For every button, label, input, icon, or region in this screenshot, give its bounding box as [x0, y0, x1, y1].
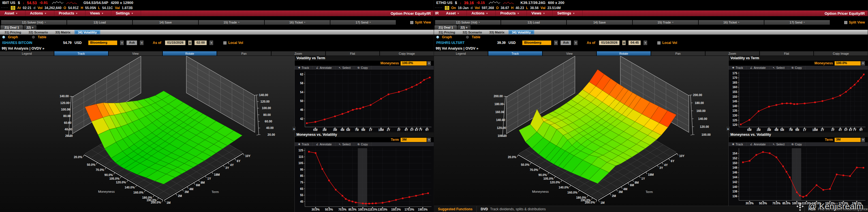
menu-views[interactable]: Views▼ — [527, 10, 553, 16]
track-tool[interactable]: ✚Track — [295, 66, 313, 70]
chevron-down-icon[interactable]: ▼ — [574, 41, 578, 45]
menu-settings[interactable]: Settings▼ — [111, 10, 141, 16]
vol-vs-term-chart[interactable]: 1201251301351401451501551601651701756W2M… — [729, 70, 868, 132]
tab-volatility[interactable]: 34) Volatility — [74, 30, 100, 34]
graph-radio[interactable] — [2, 36, 5, 38]
function-code-hds[interactable]: HDS — [805, 207, 818, 211]
track-tool[interactable]: ✚Track — [295, 142, 313, 146]
asof-time-field[interactable]: 02:00 — [194, 41, 207, 45]
rotate-button[interactable]: Rotate — [597, 51, 651, 56]
table-radio[interactable] — [466, 36, 469, 38]
pan-button[interactable]: Pan — [217, 51, 271, 56]
tab-add-deal[interactable]: 22) + — [24, 25, 36, 30]
track-button[interactable]: Track — [54, 51, 108, 56]
side-select[interactable]: Ask — [127, 41, 137, 45]
tab-volatility[interactable]: 34) Volatility — [508, 30, 534, 34]
save-button[interactable]: 14) Save — [567, 20, 632, 25]
select-tool[interactable]: ↖Select — [770, 142, 788, 146]
copy-tool[interactable]: ⧉Copy — [788, 66, 805, 70]
term-dd-value[interactable]: 3M — [835, 138, 861, 142]
chevron-down-icon[interactable]: ▼ — [554, 41, 558, 45]
solver-button[interactable]: 12) Solver (Vol)▾ — [435, 20, 500, 25]
menu-views[interactable]: Views▼ — [86, 10, 111, 16]
tab-scenario[interactable]: 32) Scenario — [459, 30, 485, 34]
graph-radio[interactable] — [436, 36, 439, 38]
collapse-arrows-icon[interactable]: » — [292, 127, 296, 131]
vol-source-select[interactable]: Bloomberg — [88, 41, 117, 45]
copy-image-button[interactable]: Copy Image — [814, 51, 868, 56]
vol-surface-3d[interactable]: 100.00120.00140.00160.00180.00200.00100.… — [434, 56, 729, 206]
asof-time-field[interactable]: 04:45 — [628, 41, 641, 45]
ticket-button[interactable]: 16) Ticket▾ — [265, 20, 330, 25]
zoom-button[interactable]: Zoom — [706, 51, 759, 56]
tab-deal-1[interactable]: 21) Deal 1 — [1, 25, 23, 30]
send-button[interactable]: 17) Send▾ — [330, 20, 396, 25]
menu-settings[interactable]: Settings▼ — [553, 10, 582, 16]
asof-date-field[interactable]: 01/15/2026 — [165, 41, 185, 45]
table-radio[interactable] — [32, 36, 35, 38]
vol-vs-term-chart[interactable]: 4246505458626W2M3M4M5M7M9M1Y18M2Y3Y4Y5Y6… — [295, 70, 434, 132]
send-button[interactable]: 17) Send▾ — [764, 20, 830, 25]
menu-asset[interactable]: Asset▼ — [0, 10, 26, 16]
tab-matrix[interactable]: 33) Matrix — [52, 30, 74, 34]
vol-surface-3d[interactable]: 20.0040.0060.0080.00100.00120.00140.0020… — [0, 56, 295, 212]
collapse-arrows-icon[interactable]: » — [726, 127, 730, 131]
annotate-tool[interactable]: ∠Annotate — [747, 66, 769, 70]
pan-button[interactable]: Pan — [651, 51, 705, 56]
function-code-dvd[interactable]: DVD — [477, 207, 490, 211]
local-vol-checkbox[interactable] — [657, 42, 660, 45]
copy-image-button[interactable]: Copy Image — [380, 51, 434, 56]
legend-button[interactable]: Legend — [434, 51, 488, 56]
load-button[interactable]: 13) Load — [501, 20, 566, 25]
chevron-down-icon[interactable]: ▼ — [861, 138, 865, 142]
annotate-tool[interactable]: ∠Annotate — [747, 142, 769, 146]
clock-icon[interactable] — [11, 6, 15, 10]
chevron-down-icon[interactable]: ▼ — [427, 61, 431, 65]
save-button[interactable]: 14) Save — [133, 20, 198, 25]
solver-button[interactable]: 12) Solver (Vol)▾ — [1, 20, 66, 25]
chevron-down-icon[interactable]: ▼ — [120, 41, 124, 45]
moneyness-dd-value[interactable]: 100.0% — [835, 61, 861, 65]
track-tool[interactable]: ✚Track — [729, 142, 747, 146]
select-tool[interactable]: ↖Select — [336, 66, 354, 70]
tab-pricing[interactable]: 31) Pricing — [435, 30, 459, 34]
split-view-checkbox[interactable] — [844, 21, 847, 24]
chevron-down-icon[interactable]: ▼ — [427, 138, 431, 142]
tab-matrix[interactable]: 33) Matrix — [486, 30, 508, 34]
clock-icon[interactable] — [445, 6, 449, 10]
copy-tool[interactable]: ⧉Copy — [788, 142, 805, 146]
track-tool[interactable]: ✚Track — [729, 66, 747, 70]
legend-button[interactable]: Legend — [0, 51, 54, 56]
view-button[interactable]: View — [109, 51, 162, 56]
chevron-down-icon[interactable]: ▼ — [210, 41, 213, 45]
load-button[interactable]: 13) Load — [67, 20, 132, 25]
select-tool[interactable]: ↖Select — [770, 66, 788, 70]
term-dd-value[interactable]: 3M — [401, 138, 427, 142]
copy-tool[interactable]: ⧉Copy — [354, 66, 371, 70]
rotate-button[interactable]: Rotate — [163, 51, 217, 56]
trade-button[interactable]: 15) Trade▾ — [199, 20, 264, 25]
calendar-icon[interactable]: ▦ — [188, 41, 192, 45]
moneyness-vs-vol-chart[interactable]: 45556575859510511512530.0%50.0%70.0%85.0… — [295, 147, 434, 212]
chevron-down-icon[interactable]: ▼ — [644, 41, 647, 45]
chevron-down-icon[interactable]: ▼ — [140, 41, 144, 45]
track-button[interactable]: Track — [488, 51, 542, 56]
vol-analysis-breadcrumb[interactable]: 99) Vol Analysis | OVDV » — [434, 46, 868, 51]
menu-products[interactable]: Products▼ — [496, 10, 527, 16]
view-button[interactable]: View — [543, 51, 596, 56]
trade-button[interactable]: 15) Trade▾ — [633, 20, 698, 25]
flat-button[interactable]: Flat — [326, 51, 380, 56]
moneyness-vs-vol-chart[interactable]: 13613814014214414614815015215430.0%50.0%… — [729, 147, 868, 206]
moneyness-dd-value[interactable]: 100.0% — [401, 61, 427, 65]
select-tool[interactable]: ↖Select — [336, 142, 354, 146]
vol-analysis-breadcrumb[interactable]: 99) Vol Analysis | OVDV » — [0, 46, 434, 51]
side-select[interactable]: Ask — [561, 41, 571, 45]
split-view-checkbox[interactable] — [410, 21, 413, 24]
chevron-down-icon[interactable]: ▼ — [861, 61, 865, 65]
menu-actions[interactable]: Actions▼ — [467, 10, 496, 16]
local-vol-checkbox[interactable] — [223, 42, 226, 45]
zoom-button[interactable]: Zoom — [272, 51, 325, 56]
annotate-tool[interactable]: ∠Annotate — [313, 142, 335, 146]
menu-products[interactable]: Products▼ — [54, 10, 86, 16]
calendar-icon[interactable]: ▦ — [622, 41, 626, 45]
